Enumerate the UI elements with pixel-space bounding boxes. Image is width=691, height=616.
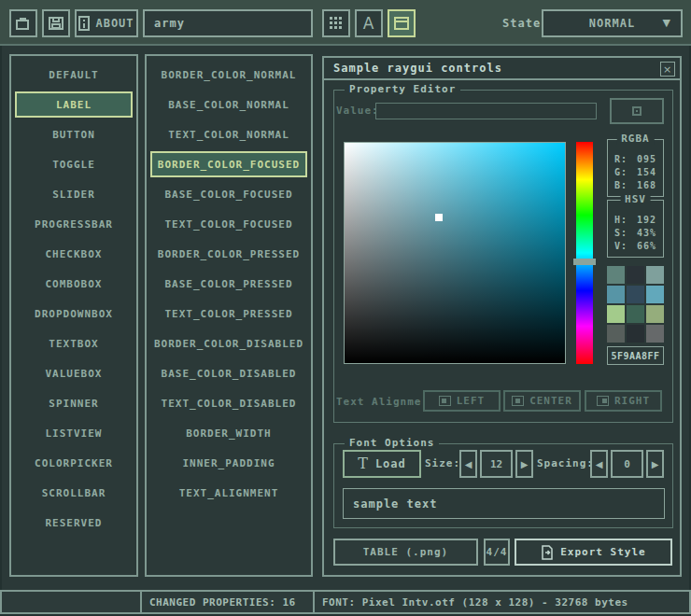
align-left-label: LEFT <box>457 395 486 407</box>
sidebar-item-valuebox[interactable]: VALUEBOX <box>15 360 133 386</box>
property-item-text_color_disabled[interactable]: TEXT_COLOR_DISABLED <box>150 390 307 416</box>
property-item-base_color_normal[interactable]: BASE_COLOR_NORMAL <box>150 91 307 118</box>
value-input[interactable] <box>375 103 597 119</box>
sample-text-input[interactable]: sample text <box>343 488 665 519</box>
export-file-icon <box>541 545 554 560</box>
property-item-text_color_pressed[interactable]: TEXT_COLOR_PRESSED <box>150 301 307 327</box>
sample-window-title: Sample raygui controls <box>333 62 502 75</box>
spacing-value[interactable]: 0 <box>611 450 643 478</box>
controls-view-button[interactable] <box>388 9 416 37</box>
align-center-button[interactable]: CENTER <box>503 390 581 412</box>
about-button[interactable]: ABOUT <box>75 9 138 37</box>
align-right-label: RIGHT <box>614 395 650 407</box>
text-t-icon: T <box>358 456 369 471</box>
property-item-border_color_disabled[interactable]: BORDER_COLOR_DISABLED <box>150 330 307 357</box>
sidebar-item-scrollbar[interactable]: SCROLLBAR <box>15 480 133 506</box>
window-panel-icon <box>394 17 409 30</box>
open-file-button[interactable] <box>9 9 37 37</box>
property-item-text_alignment[interactable]: TEXT_ALIGNMENT <box>150 480 307 506</box>
property-item-base_color_pressed[interactable]: BASE_COLOR_PRESSED <box>150 271 307 297</box>
sidebar-item-slider[interactable]: SLIDER <box>15 181 133 207</box>
rgba-green-row: G: 154 <box>614 167 656 180</box>
color-picker-saturation-square[interactable] <box>344 142 566 364</box>
color-swatch-10[interactable] <box>627 325 644 343</box>
sidebar-item-label[interactable]: LABEL <box>15 91 133 118</box>
align-left-icon <box>439 396 451 406</box>
style-table-view-button[interactable] <box>322 9 350 37</box>
grid-icon <box>330 17 343 30</box>
align-right-icon <box>597 396 609 406</box>
hsv-group: HSV H: 192 S: 43% V: 66% <box>607 200 664 258</box>
sidebar-item-colorpicker[interactable]: COLORPICKER <box>15 450 133 476</box>
spacing-increase-button[interactable]: ▶ <box>646 450 664 478</box>
property-item-text_color_focused[interactable]: TEXT_COLOR_FOCUSED <box>150 211 307 237</box>
sidebar-item-textbox[interactable]: TEXTBOX <box>15 330 133 357</box>
sample-window-titlebar[interactable]: Sample raygui controls × <box>324 58 680 80</box>
value-apply-button[interactable] <box>610 98 664 124</box>
color-swatch-5[interactable] <box>646 286 664 303</box>
color-swatch-7[interactable] <box>627 305 644 323</box>
property-item-inner_padding[interactable]: INNER_PADDING <box>150 450 307 476</box>
save-file-button[interactable] <box>42 9 70 37</box>
export-style-button[interactable]: Export Style <box>515 539 672 566</box>
page-counter[interactable]: 4/4 <box>484 539 510 566</box>
font-options-group-label: Font Options <box>345 437 439 449</box>
close-icon[interactable]: × <box>660 62 675 77</box>
sidebar-item-button[interactable]: BUTTON <box>15 121 133 147</box>
table-png-button[interactable]: TABLE (.png) <box>333 539 478 566</box>
rgba-group-label: RGBA <box>616 133 655 145</box>
sidebar-item-reserved[interactable]: RESERVED <box>15 510 133 536</box>
b-label: B: <box>614 180 628 193</box>
property-item-border_color_focused[interactable]: BORDER_COLOR_FOCUSED <box>150 151 307 177</box>
state-dropdown[interactable]: NORMAL ▼ <box>542 9 683 37</box>
property-item-border_color_pressed[interactable]: BORDER_COLOR_PRESSED <box>150 241 307 267</box>
rgba-blue-row: B: 168 <box>614 180 656 193</box>
color-swatch-8[interactable] <box>646 305 664 323</box>
color-swatch-1[interactable] <box>627 266 644 284</box>
size-decrease-button[interactable]: ◀ <box>459 450 477 478</box>
load-font-button[interactable]: T Load <box>343 450 421 478</box>
color-swatch-3[interactable] <box>607 286 625 303</box>
color-swatch-4[interactable] <box>627 286 644 303</box>
sidebar-item-toggle[interactable]: TOGGLE <box>15 151 133 177</box>
h-label: H: <box>614 215 628 228</box>
v-value: 66% <box>637 241 656 254</box>
font-view-button[interactable]: A <box>355 9 383 37</box>
hue-slider-handle[interactable] <box>573 259 596 265</box>
sidebar-item-spinner[interactable]: SPINNER <box>15 390 133 416</box>
color-swatch-11[interactable] <box>646 325 664 343</box>
sidebar-item-dropdownbox[interactable]: DROPDOWNBOX <box>15 301 133 327</box>
property-item-base_color_disabled[interactable]: BASE_COLOR_DISABLED <box>150 360 307 386</box>
color-swatch-9[interactable] <box>607 325 625 343</box>
sidebar-item-progressbar[interactable]: PROGRESSBAR <box>15 211 133 237</box>
color-picker-cursor[interactable] <box>435 214 443 221</box>
sidebar-item-combobox[interactable]: COMBOBOX <box>15 271 133 297</box>
size-increase-button[interactable]: ▶ <box>515 450 533 478</box>
align-left-button[interactable]: LEFT <box>423 390 501 412</box>
property-item-text_color_normal[interactable]: TEXT_COLOR_NORMAL <box>150 121 307 147</box>
hex-color-value[interactable]: 5F9AA8FF <box>607 346 664 365</box>
g-label: G: <box>614 167 628 180</box>
r-value: 095 <box>637 154 656 167</box>
color-swatch-6[interactable] <box>607 305 625 323</box>
text-alignment-label: Text Alignment: <box>336 396 422 409</box>
property-item-base_color_focused[interactable]: BASE_COLOR_FOCUSED <box>150 181 307 207</box>
folder-open-icon <box>15 16 32 31</box>
sidebar-item-listview[interactable]: LISTVIEW <box>15 420 133 446</box>
spacing-decrease-button[interactable]: ◀ <box>590 450 608 478</box>
about-button-label: ABOUT <box>95 17 134 30</box>
sidebar-item-default[interactable]: DEFAULT <box>15 62 133 88</box>
load-font-label: Load <box>375 457 406 470</box>
hue-slider[interactable] <box>576 142 593 364</box>
hsv-group-label: HSV <box>620 193 651 205</box>
color-swatch-0[interactable] <box>607 266 625 284</box>
sample-controls-window: Sample raygui controls × Property Editor… <box>322 56 682 577</box>
size-value[interactable]: 12 <box>480 450 513 478</box>
color-swatch-2[interactable] <box>646 266 664 284</box>
property-item-border_color_normal[interactable]: BORDER_COLOR_NORMAL <box>150 62 307 88</box>
hsv-value-row: V: 66% <box>614 241 656 254</box>
style-name-input[interactable] <box>143 9 313 37</box>
align-right-button[interactable]: RIGHT <box>585 390 662 412</box>
sidebar-item-checkbox[interactable]: CHECKBOX <box>15 241 133 267</box>
property-item-border_width[interactable]: BORDER_WIDTH <box>150 420 307 446</box>
